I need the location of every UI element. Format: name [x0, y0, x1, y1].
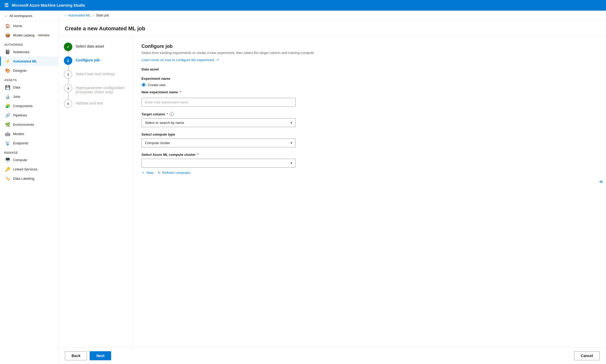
content-area: › Automated ML › Start job Create a new … [58, 11, 606, 364]
step-5-label: Validate and test [76, 99, 103, 105]
page-title: Create a new Automated ML job [65, 26, 600, 32]
designer-icon: 🎨 [5, 68, 10, 73]
linked-services-icon: 🔑 [5, 167, 10, 172]
components-icon: 🧩 [5, 103, 10, 108]
form-section-desc: Select from existing experiments or crea… [141, 51, 597, 55]
breadcrumb-chevron-icon: › [65, 13, 66, 17]
new-experiment-input[interactable] [141, 98, 296, 107]
target-required-marker: * [167, 112, 168, 116]
environments-icon: 🌿 [5, 122, 10, 127]
breadcrumb-current: Start job [96, 13, 109, 17]
external-link-icon: ↗ [216, 58, 219, 62]
endpoints-icon: 📡 [5, 141, 10, 146]
compute-cluster-group: Select Azure ML compute cluster * ▼ ＋ [141, 153, 597, 175]
create-new-radio-group: Create new [141, 83, 597, 87]
data-asset-label: Data asset [141, 67, 597, 71]
target-column-select[interactable]: Select or search by name [141, 118, 296, 127]
create-new-label: Create new [148, 83, 165, 87]
app-title: Microsoft Azure Machine Learning Studio [12, 3, 85, 7]
pipelines-icon: 🔗 [5, 113, 10, 118]
data-icon: 💾 [5, 85, 10, 90]
sidebar-item-automated-ml[interactable]: ⚡ Automated ML [0, 57, 58, 66]
sidebar-item-linked-services[interactable]: 🔑 Linked Services [0, 165, 58, 174]
compute-type-select[interactable]: Compute cluster Compute instance Serverl… [141, 139, 296, 147]
learn-more-link[interactable]: Learn more on how to configure the exper… [141, 58, 219, 62]
form-section-title: Configure job [141, 44, 597, 49]
back-arrow-icon: ← [4, 14, 8, 18]
target-column-group: Target column * i Select or search by na… [141, 112, 597, 127]
sidebar-item-environments[interactable]: 🌿 Environments [0, 120, 58, 129]
sidebar-item-data-labeling[interactable]: 🏷️ Data Labeling [0, 174, 58, 183]
sidebar-item-model-catalog[interactable]: 📦 Model catalog PREVIEW [0, 31, 58, 40]
sidebar-item-models[interactable]: 🤖 Models [0, 129, 58, 139]
sidebar-item-designer[interactable]: 🎨 Designer [0, 66, 58, 75]
form-panel: Configure job Select from existing exper… [133, 36, 606, 347]
sidebar-item-pipelines[interactable]: 🔗 Pipelines [0, 111, 58, 120]
page-content: ✓ Select data asset 2 Configure job 3 Se… [58, 36, 606, 364]
new-experiment-label: New experiment name * [141, 90, 181, 94]
sidebar-item-components[interactable]: 🧩 Components [0, 101, 58, 111]
page-header: Create a new Automated ML job [58, 20, 606, 36]
sidebar-item-compute[interactable]: 🖥️ Compute [0, 155, 58, 165]
next-button[interactable]: Next [90, 351, 111, 360]
eye-icon[interactable]: 👁 [599, 180, 603, 185]
hamburger-icon[interactable]: ☰ [4, 2, 9, 8]
data-labeling-icon: 🏷️ [5, 176, 10, 181]
step-1: ✓ Select data asset [64, 43, 127, 51]
cancel-button[interactable]: Cancel [574, 351, 600, 360]
plus-icon: ＋ [141, 170, 145, 175]
home-icon: 🏠 [5, 23, 10, 28]
step-4: 4 Hyperparameter configuration (Computer… [64, 84, 127, 94]
automated-ml-icon: ⚡ [5, 59, 10, 64]
create-new-radio[interactable] [141, 83, 146, 87]
refresh-computes-link[interactable]: ↻ Refresh computes [158, 171, 190, 175]
back-button[interactable]: Back [65, 351, 87, 360]
step-2-label: Configure job [76, 56, 100, 62]
compute-cluster-select[interactable] [141, 159, 296, 168]
experiment-name-row: New experiment name * 👁 [141, 90, 296, 96]
breadcrumb-parent-link[interactable]: Automated ML [68, 13, 91, 17]
step-2-circle: 2 [64, 56, 72, 65]
sidebar-item-endpoints[interactable]: 📡 Endpoints [0, 139, 58, 148]
step-4-label: Hyperparameter configuration (Computer V… [76, 84, 127, 94]
target-info-icon[interactable]: i [170, 112, 174, 116]
sidebar-item-home[interactable]: 🏠 Home [0, 21, 58, 31]
step-1-circle: ✓ [64, 43, 72, 51]
preview-badge: PREVIEW [37, 34, 51, 37]
compute-type-group: Select compute type Compute cluster Comp… [141, 132, 597, 147]
compute-action-links: ＋ New ↻ Refresh computes [141, 170, 597, 175]
step-1-label: Select data asset [76, 43, 104, 48]
step-3-label: Select task and settings [76, 70, 115, 76]
authoring-section-label: Authoring [0, 40, 58, 47]
breadcrumb-separator: › [93, 13, 94, 17]
step-5-circle: 5 [64, 99, 72, 108]
wizard-body: ✓ Select data asset 2 Configure job 3 Se… [58, 36, 606, 347]
sidebar-item-data[interactable]: 💾 Data [0, 83, 58, 92]
step-5: 5 Validate and test [64, 99, 127, 108]
compute-cluster-select-wrapper: ▼ [141, 159, 296, 168]
manage-section-label: Manage [0, 148, 58, 155]
target-column-select-wrapper: Select or search by name ▼ [141, 118, 296, 127]
model-catalog-icon: 📦 [5, 33, 10, 38]
target-column-label: Target column * i [141, 112, 597, 116]
sidebar-item-notebooks[interactable]: 📓 Notebooks [0, 47, 58, 57]
assets-section-label: Assets [0, 75, 58, 83]
breadcrumb: › Automated ML › Start job [58, 11, 606, 20]
jobs-icon: 🔬 [5, 94, 10, 99]
compute-icon: 🖥️ [5, 157, 10, 162]
compute-type-select-wrapper: Compute cluster Compute instance Serverl… [141, 139, 296, 147]
sidebar: ← All workspaces 🏠 Home 📦 Model catalog … [0, 11, 58, 364]
compute-type-label: Select compute type [141, 132, 597, 136]
step-3: 3 Select task and settings [64, 70, 127, 79]
notebooks-icon: 📓 [5, 49, 10, 55]
back-to-workspaces[interactable]: ← All workspaces [0, 11, 58, 21]
cluster-required-marker: * [197, 153, 199, 157]
sidebar-item-jobs[interactable]: 🔬 Jobs [0, 92, 58, 101]
wizard-footer: Back Next Cancel [58, 347, 606, 364]
steps-panel: ✓ Select data asset 2 Configure job 3 Se… [58, 36, 133, 347]
topbar: ☰ Microsoft Azure Machine Learning Studi… [0, 0, 606, 11]
compute-cluster-label: Select Azure ML compute cluster * [141, 153, 597, 157]
new-compute-link[interactable]: ＋ New [141, 170, 153, 175]
main-layout: ← All workspaces 🏠 Home 📦 Model catalog … [0, 11, 606, 364]
new-experiment-input-wrapper [141, 98, 296, 107]
